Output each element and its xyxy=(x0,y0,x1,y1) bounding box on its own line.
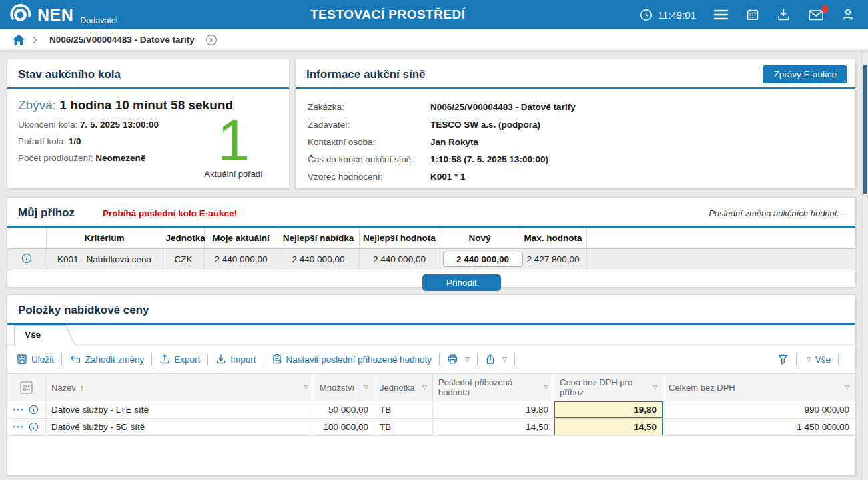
column-header: Nejlepší nabídka xyxy=(278,228,359,249)
total-no-vat-cell: 990 000,00 xyxy=(663,401,855,419)
info-icon[interactable] xyxy=(21,253,32,264)
notification-badge xyxy=(821,5,829,13)
filter-triangle-icon[interactable]: ▽ xyxy=(544,384,548,391)
filter-preset-dropdown[interactable]: ▽ Vše xyxy=(804,354,831,365)
bid-criterion-row: K001 - Nabídková cena CZK 2 440 000,00 2… xyxy=(7,249,855,270)
save-button[interactable]: Uložit xyxy=(17,354,54,365)
current-rank-label: Aktuální pořadí xyxy=(197,169,270,179)
column-header-last-bid-value[interactable]: Poslední přihozená hodnota ▽ xyxy=(433,373,554,401)
import-icon xyxy=(215,354,226,365)
close-circle-icon xyxy=(205,34,218,46)
column-header-total-no-vat[interactable]: Celkem bez DPH ▽ xyxy=(663,373,855,401)
nen-brand[interactable]: NEN Dodavatel xyxy=(9,3,118,26)
export-button[interactable]: Export xyxy=(159,354,200,365)
column-header: Max. hodnota xyxy=(520,228,586,249)
item-row-5g: ●●● Datové služby - 5G sítě 100 000,00 T… xyxy=(7,419,855,436)
filter-triangle-icon[interactable]: ▽ xyxy=(845,384,849,391)
tab-label: Vše xyxy=(15,326,75,345)
best-value-cell: 2 440 000,00 xyxy=(359,249,440,270)
new-bid-input[interactable] xyxy=(443,252,523,267)
menu-button[interactable] xyxy=(713,9,729,21)
role-label: Dodavatel xyxy=(80,16,117,25)
funnel-icon xyxy=(777,354,789,365)
column-settings-button[interactable] xyxy=(20,381,33,394)
price-no-vat-cell xyxy=(554,401,663,419)
breadcrumb-current[interactable]: N006/25/V00004483 - Datové tarify xyxy=(49,35,195,45)
toolbar-separator xyxy=(514,354,515,365)
sliders-icon xyxy=(20,381,33,394)
toolbar-separator xyxy=(207,354,208,365)
toolbar-separator xyxy=(838,354,839,365)
column-header-quantity[interactable]: Množství ▽ xyxy=(314,373,374,401)
filler-cell xyxy=(586,249,855,270)
row-menu-icon[interactable]: ●●● xyxy=(13,424,24,429)
quantity-cell: 100 000,00 xyxy=(314,419,374,436)
user-button[interactable] xyxy=(841,8,855,21)
row-menu-icon[interactable]: ●●● xyxy=(13,407,24,411)
filter-triangle-icon[interactable]: ▽ xyxy=(364,384,368,391)
home-button[interactable] xyxy=(12,34,25,46)
my-bid-table: Kritérium Jednotka Moje aktuální Nejlepš… xyxy=(7,228,855,270)
contact-person-row: Kontaktní osoba: Jan Rokyta xyxy=(308,133,843,150)
toolbar-separator xyxy=(61,354,62,365)
eauction-messages-button[interactable]: Zprávy E-aukce xyxy=(763,65,847,83)
new-bid-cell xyxy=(440,249,520,270)
calendar-button[interactable] xyxy=(746,8,759,21)
price-no-vat-input[interactable] xyxy=(554,419,663,435)
breadcrumb-close-button[interactable] xyxy=(205,34,218,46)
auction-round-status-panel: Stav aukčního kola Zbývá: 1 hodina 10 mi… xyxy=(7,59,290,189)
items-toolbar: Uložit Zahodit změny xyxy=(7,345,855,373)
contracting-authority-row: Zadavatel: TESCO SW a.s. (podpora) xyxy=(308,115,843,133)
last-change-note: Poslední změna aukčních hodnot: - xyxy=(709,208,845,218)
filter-button[interactable] xyxy=(777,354,789,365)
price-no-vat-input[interactable] xyxy=(554,401,663,418)
info-icon[interactable] xyxy=(29,422,39,432)
column-header: Kritérium xyxy=(46,228,163,249)
set-last-bid-values-button[interactable]: Nastavit poslední přihozené hodnoty xyxy=(272,354,432,365)
discard-changes-button[interactable]: Zahodit změny xyxy=(69,354,145,365)
dropdown-triangle-icon: ▽ xyxy=(465,356,470,363)
chevron-right-icon xyxy=(32,36,37,44)
quantity-cell: 50 000,00 xyxy=(314,401,374,419)
evaluation-formula-row: Vzorec hodnocení: K001 * 1 xyxy=(308,168,843,185)
filter-triangle-icon[interactable]: ▽ xyxy=(653,384,657,391)
unit-cell: TB xyxy=(374,401,433,419)
info-column-header xyxy=(7,228,46,249)
last-bid-value-cell: 14,50 xyxy=(433,419,554,436)
tab-all[interactable]: Vše xyxy=(14,325,75,345)
printer-icon xyxy=(447,354,458,365)
last-bid-value-cell: 19,80 xyxy=(433,401,554,419)
environment-title: TESTOVACÍ PROSTŘEDÍ xyxy=(310,0,466,29)
messages-button[interactable] xyxy=(808,9,824,21)
vertical-scrollbar[interactable] xyxy=(862,51,868,480)
import-button[interactable]: Import xyxy=(215,354,256,365)
filler-header xyxy=(586,228,855,249)
clipboard-gear-icon xyxy=(272,354,282,365)
print-button[interactable]: ▽ xyxy=(447,354,470,365)
last-round-alert: Probíhá poslední kolo E-aukce! xyxy=(103,208,237,218)
filter-triangle-icon[interactable]: ▽ xyxy=(422,384,427,391)
toolbar-separator xyxy=(477,354,478,365)
time-text: 11:49:01 xyxy=(658,9,696,21)
toolbar-separator xyxy=(151,354,152,365)
column-header-unit[interactable]: Jednotka ▽ xyxy=(374,373,433,401)
export-icon xyxy=(159,354,170,365)
share-button[interactable]: ▽ xyxy=(485,354,507,365)
calendar-icon xyxy=(746,8,759,21)
toolbar-separator xyxy=(796,354,797,365)
filter-preset-label: Vše xyxy=(815,354,831,365)
downloads-button[interactable] xyxy=(777,8,791,21)
best-offer-cell: 2 440 000,00 xyxy=(278,249,359,270)
dropdown-triangle-icon: ▽ xyxy=(502,356,507,363)
panel-title: Stav aukčního kola xyxy=(7,59,289,89)
column-header: Nejlepší hodnota xyxy=(359,228,440,249)
item-row-lte: ●●● Datové služby - LTE sítě 50 000,00 T… xyxy=(7,401,855,419)
server-time: 11:49:01 xyxy=(640,9,696,21)
sort-ascending-icon: ↑ xyxy=(80,383,85,393)
scrollbar-thumb[interactable] xyxy=(863,65,867,194)
info-icon[interactable] xyxy=(29,405,39,415)
column-header-price-no-vat[interactable]: Cena bez DPH pro příhoz ▽ xyxy=(554,373,663,401)
column-header-name[interactable]: Název ↑ ▽ xyxy=(46,373,314,401)
place-bid-button[interactable]: Přihodit xyxy=(422,274,501,291)
filter-triangle-icon[interactable]: ▽ xyxy=(304,384,308,391)
